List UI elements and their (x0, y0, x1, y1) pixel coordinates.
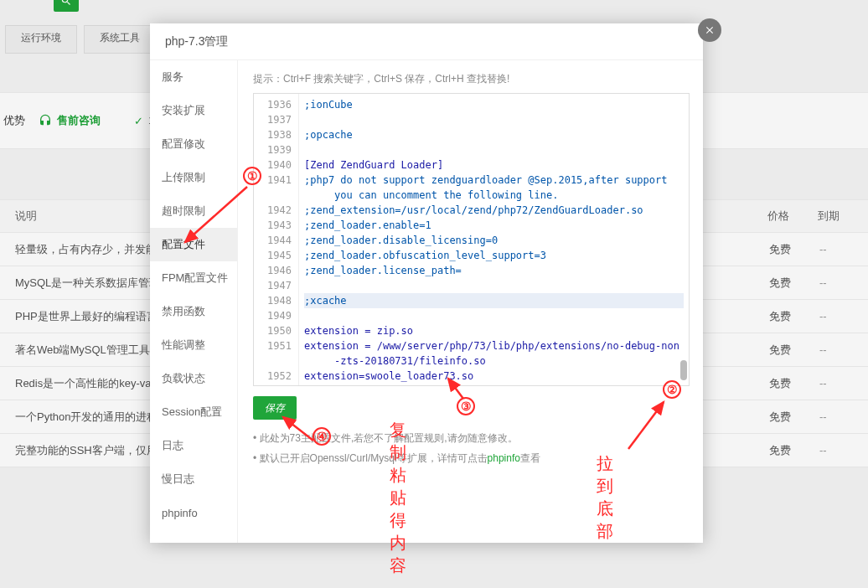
editor-code[interactable]: ;ionCube;opcache[Zend ZendGuard Loader];… (299, 94, 689, 385)
sidebar-item-2[interactable]: 配置修改 (150, 127, 237, 161)
sidebar-item-9[interactable]: 负载状态 (150, 362, 237, 395)
modal-content: 提示：Ctrl+F 搜索关键字，Ctrl+S 保存，Ctrl+H 查找替换! 1… (238, 60, 703, 543)
sidebar-item-1[interactable]: 安装扩展 (150, 94, 237, 127)
sidebar-item-6[interactable]: FPM配置文件 (150, 261, 237, 295)
modal-body: 服务安装扩展配置修改上传限制超时限制配置文件FPM配置文件禁用函数性能调整负载状… (150, 60, 703, 543)
code-line[interactable] (304, 142, 684, 157)
phpinfo-link[interactable]: phpinfo (488, 452, 520, 464)
sidebar-item-4[interactable]: 超时限制 (150, 194, 237, 228)
modal-sidebar: 服务安装扩展配置修改上传限制超时限制配置文件FPM配置文件禁用函数性能调整负载状… (150, 60, 238, 543)
sidebar-item-7[interactable]: 禁用函数 (150, 295, 237, 328)
code-line[interactable]: extension = /www/server/php/73/lib/php/e… (304, 338, 684, 353)
code-line[interactable]: -zts-20180731/fileinfo.so (304, 353, 684, 369)
close-button[interactable] (698, 18, 721, 42)
editor-hint: 提示：Ctrl+F 搜索关键字，Ctrl+S 保存，Ctrl+H 查找替换! (253, 72, 690, 86)
code-line[interactable]: ;zend_extension=/usr/local/zend/php72/Ze… (304, 203, 684, 218)
config-editor[interactable]: 1936193719381939194019411942194319441945… (253, 93, 690, 386)
scrollbar-thumb[interactable] (680, 360, 687, 380)
code-line[interactable] (304, 308, 684, 323)
sidebar-item-0[interactable]: 服务 (150, 60, 237, 94)
sidebar-item-10[interactable]: Session配置 (150, 395, 237, 429)
code-line[interactable]: ;zend_loader.disable_licensing=0 (304, 233, 684, 248)
sidebar-item-8[interactable]: 性能调整 (150, 328, 237, 362)
editor-gutter: 1936193719381939194019411942194319441945… (254, 94, 299, 385)
code-line[interactable]: [Zend ZendGuard Loader] (304, 157, 684, 173)
code-line[interactable]: extension = zip.so (304, 323, 684, 338)
notes: 此处为73主配置文件,若您不了解配置规则,请勿随意修改。 默认已开启Openss… (253, 428, 690, 468)
code-line[interactable]: ;opcache (304, 127, 684, 142)
code-line[interactable]: extension=swoole_loader73.so (304, 369, 684, 384)
sidebar-item-3[interactable]: 上传限制 (150, 161, 237, 194)
close-icon (704, 24, 716, 36)
code-line[interactable]: ;zend_loader.obfuscation_level_support=3 (304, 248, 684, 263)
code-line[interactable] (304, 278, 684, 293)
code-line[interactable]: ;xcache (304, 293, 684, 308)
code-line[interactable] (304, 112, 684, 127)
sidebar-item-5[interactable]: 配置文件 (150, 228, 237, 261)
note-1: 此处为73主配置文件,若您不了解配置规则,请勿随意修改。 (253, 428, 690, 448)
sidebar-item-13[interactable]: phpinfo (150, 496, 237, 529)
code-line[interactable]: ;ionCube (304, 97, 684, 112)
php-manage-modal: php-7.3管理 服务安装扩展配置修改上传限制超时限制配置文件FPM配置文件禁… (150, 23, 703, 543)
sidebar-item-11[interactable]: 日志 (150, 429, 237, 462)
modal-title: php-7.3管理 (150, 23, 703, 60)
code-line[interactable]: ;php7 do not support zendguardloader @Se… (304, 173, 684, 188)
sidebar-item-12[interactable]: 慢日志 (150, 462, 237, 496)
code-line[interactable]: ;zend_loader.enable=1 (304, 218, 684, 233)
code-line[interactable]: you can uncomment the following line. (304, 188, 684, 203)
note-2: 默认已开启Openssl/Curl/Mysql等扩展，详情可点击phpinfo查… (253, 448, 690, 468)
code-line[interactable]: ;zend_loader.license_path= (304, 263, 684, 278)
save-button[interactable]: 保存 (253, 396, 297, 420)
